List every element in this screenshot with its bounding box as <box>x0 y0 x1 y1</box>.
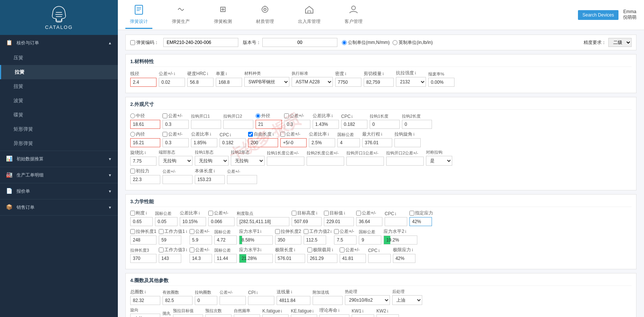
free-length-input[interactable] <box>248 138 278 147</box>
max-tolerance-input[interactable] <box>340 254 366 263</box>
free-length-tol-checkbox[interactable] <box>280 132 285 137</box>
stretch-length1-input[interactable] <box>130 235 156 245</box>
hook-opening1-input[interactable] <box>191 120 221 129</box>
scrap-rate-input[interactable] <box>428 78 454 87</box>
tab-spring-production[interactable]: 弹簧生产 <box>167 1 194 29</box>
max-load-checkbox[interactable] <box>307 248 312 252</box>
national-tolerance-input[interactable] <box>337 138 360 147</box>
stretch-len1-checkbox[interactable] <box>130 229 135 234</box>
stress-level2-input[interactable] <box>384 236 417 244</box>
cpi-input[interactable] <box>248 296 274 305</box>
sidebar-group-production-header[interactable]: 🏭 生产工单明细 ▼ <box>0 167 118 183</box>
max-stress-input[interactable] <box>393 254 415 263</box>
work-tol2-checkbox[interactable] <box>334 229 339 234</box>
hook-len2-tol-input[interactable] <box>307 157 344 166</box>
max-cpc-input[interactable] <box>368 254 391 263</box>
spring-code-checkbox[interactable] <box>130 40 135 45</box>
sidebar-item-la-huang[interactable]: 拉簧 <box>0 65 118 79</box>
work-tol3-input[interactable] <box>190 254 212 263</box>
hook-open2-tol-input[interactable] <box>386 157 424 166</box>
hook-shape1-select[interactable]: 无拉钩 <box>195 156 229 166</box>
density-input[interactable] <box>335 78 361 87</box>
tab-spring-inspection[interactable]: 弹簧检测 <box>209 1 236 29</box>
work-value3-input[interactable] <box>159 254 181 263</box>
stretch-len2-checkbox[interactable] <box>275 229 280 234</box>
stress-level1-input[interactable] <box>239 236 272 244</box>
mid-diameter-input[interactable] <box>130 120 160 129</box>
shear-modulus-input[interactable] <box>364 78 394 87</box>
hook-coils-tol-input[interactable] <box>220 296 246 305</box>
max-length-input[interactable] <box>275 254 305 263</box>
standard-select[interactable]: ASTM A228 <box>292 77 333 87</box>
inner-diameter-input[interactable] <box>130 138 160 147</box>
material-select[interactable]: SWPB琴钢丝 <box>244 77 289 87</box>
stiffness-checkbox[interactable] <box>130 211 135 216</box>
sidebar-item-ya-huang[interactable]: 压簧 <box>0 51 118 65</box>
work-val3-checkbox[interactable] <box>159 248 164 252</box>
unit-metric-radio[interactable] <box>342 40 347 45</box>
wire-diameter-input[interactable] <box>130 78 156 87</box>
sidebar-group-sales-header[interactable]: 📦 销售订单 ▼ <box>0 199 118 215</box>
inner-tolerance-checkbox[interactable] <box>163 132 167 137</box>
work-val2-checkbox[interactable] <box>304 229 308 234</box>
hook-len1-tol-input[interactable] <box>267 157 304 166</box>
stretch-length3-input[interactable] <box>130 254 156 263</box>
k-fatigue-input[interactable] <box>262 314 289 317</box>
hook-shape2-select[interactable]: 无拉钩 <box>231 156 265 166</box>
sidebar-group-quote-header[interactable]: 📄 报价单 ▼ <box>0 183 118 199</box>
unit-weight-input[interactable] <box>216 78 242 87</box>
tol1-input[interactable] <box>163 120 189 129</box>
ke-fatigue-input[interactable] <box>291 314 317 317</box>
initial-force-input[interactable] <box>130 175 160 184</box>
free-length-checkbox[interactable] <box>248 132 253 137</box>
preset-target-input[interactable] <box>173 314 203 317</box>
precision-select[interactable]: 二级 <box>608 38 632 47</box>
tolerance-ratio-input[interactable] <box>313 120 339 129</box>
work-value1-input[interactable] <box>159 235 181 245</box>
sidebar-item-bo-huang[interactable]: 波簧 <box>0 94 118 108</box>
stiffness-tol-ratio-input[interactable] <box>180 217 206 226</box>
work-tol1-checkbox[interactable] <box>190 229 194 234</box>
max-load-input[interactable] <box>307 254 337 263</box>
inner-cpc-input[interactable] <box>220 138 246 147</box>
total-coils-input[interactable] <box>130 296 160 305</box>
stiffness-tolerance-input[interactable] <box>208 217 235 226</box>
national-std-input[interactable] <box>155 217 178 226</box>
hook-angle-input[interactable] <box>394 138 421 147</box>
tab-customer-mgmt[interactable]: 客户管理 <box>340 1 367 29</box>
body-length-input[interactable] <box>195 175 225 184</box>
preset-count-input[interactable] <box>205 314 232 317</box>
work-tol2-input[interactable] <box>334 235 357 245</box>
end-shape-select[interactable]: 无拉钩 <box>159 156 193 166</box>
tab-warehouse-mgmt[interactable]: 出入库管理 <box>293 1 325 29</box>
tensile-strength-select[interactable]: 2132 <box>396 77 426 87</box>
stiffness-tol-checkbox[interactable] <box>208 211 213 216</box>
sidebar-item-juxing-huang[interactable]: 矩形弹簧 <box>0 122 118 136</box>
work-tol3-checkbox[interactable] <box>190 248 194 252</box>
tol1-checkbox[interactable] <box>163 113 167 118</box>
national-std3-input[interactable] <box>359 235 381 245</box>
max-stroke-input[interactable] <box>362 138 392 147</box>
sidebar-group-initial-header[interactable]: 📊 初始数据推算 ▼ <box>0 151 118 167</box>
free-length-tol-input[interactable] <box>280 138 307 147</box>
outer-tolerance-checkbox[interactable] <box>284 113 289 118</box>
stress-level3-input[interactable] <box>239 254 272 263</box>
spring-code-input[interactable] <box>163 38 238 47</box>
version-input[interactable] <box>262 38 337 47</box>
hook-length1-input[interactable] <box>370 120 400 129</box>
body-tol-input[interactable] <box>227 175 257 184</box>
extra-wire-input[interactable] <box>313 296 343 305</box>
hook-opening2-input[interactable] <box>223 120 253 129</box>
cpc2-input[interactable] <box>385 217 407 226</box>
tab-spring-design[interactable]: 弹簧设计 <box>125 1 152 29</box>
sidebar-item-die-huang[interactable]: 碟簧 <box>0 108 118 122</box>
tolerance-input[interactable] <box>159 78 185 87</box>
unit-metric-label[interactable]: 公制单位(mm,N/mm) <box>342 39 390 46</box>
inner-diameter-radio[interactable] <box>130 132 135 137</box>
unit-imperial-radio[interactable] <box>393 40 397 45</box>
heat-treatment-select[interactable]: 290±10/8±2 <box>345 295 390 305</box>
cpc-input[interactable] <box>341 120 367 129</box>
specified-stress-checkbox[interactable] <box>409 211 414 216</box>
active-coils-input[interactable] <box>163 296 193 305</box>
national-std2-input[interactable] <box>214 235 237 245</box>
